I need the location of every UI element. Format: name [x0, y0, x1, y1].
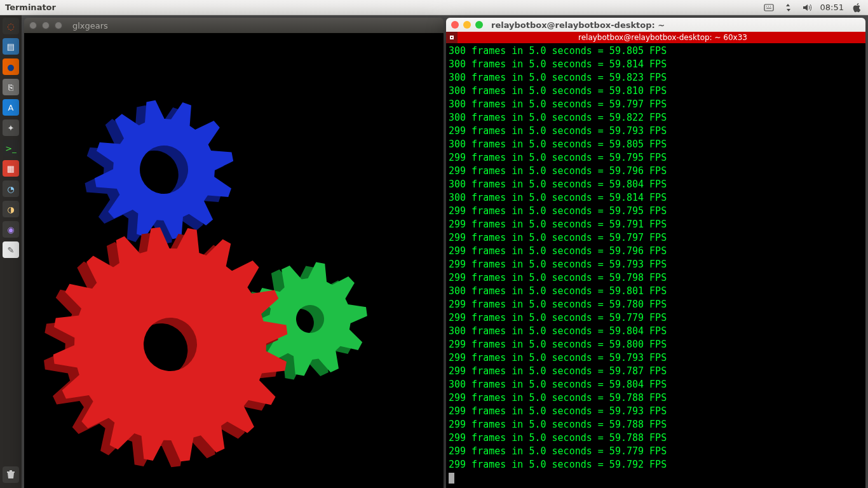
unity-launcher: ◌▤●⎘A✦>_▦◔◑◉✎ [0, 15, 22, 488]
launcher-app2[interactable]: ◑ [3, 201, 19, 217]
launcher-notes[interactable]: ✎ [3, 241, 19, 258]
launcher-terminal[interactable]: >_ [3, 140, 19, 156]
terminator-titlebar[interactable]: relaybotbox@relaybotbox-desktop: ~ [446, 18, 865, 32]
terminal-output[interactable]: 300 frames in 5.0 seconds = 59.805 FPS 3… [446, 43, 865, 488]
zoom-icon[interactable] [475, 21, 483, 29]
global-menubar: Terminator 08:51 [0, 0, 868, 15]
close-icon[interactable] [29, 22, 37, 29]
apple-icon[interactable] [851, 2, 863, 13]
glxgears-titlebar[interactable]: glxgears [24, 18, 444, 33]
launcher-app3[interactable]: ◉ [3, 221, 19, 238]
launcher-software[interactable]: ⎘ [3, 79, 19, 95]
minimize-icon[interactable] [42, 22, 50, 29]
terminal-cursor [449, 473, 454, 484]
minimize-icon[interactable] [463, 21, 471, 29]
launcher-settings[interactable]: ✦ [3, 119, 19, 136]
svg-rect-0 [764, 4, 773, 11]
terminator-window: relaybotbox@relaybotbox-desktop: ~ relay… [446, 18, 865, 488]
clock[interactable]: 08:51 [820, 3, 844, 12]
maximize-icon[interactable] [55, 22, 62, 29]
window-title: relaybotbox@relaybotbox-desktop: ~ [491, 20, 665, 30]
glxgears-window: glxgears [24, 18, 444, 488]
launcher-appstore[interactable]: A [3, 99, 19, 116]
network-icon[interactable] [782, 2, 794, 13]
gear-red [36, 219, 295, 476]
active-app-title: Terminator [5, 3, 56, 12]
close-icon[interactable] [451, 21, 459, 29]
launcher-firefox[interactable]: ● [3, 58, 19, 75]
launcher-tile[interactable]: ▦ [3, 160, 19, 177]
indicator-area: 08:51 [763, 2, 863, 13]
terminator-statusbar: relaybotbox@relaybotbox-desktop: ~ 60x33 [446, 32, 865, 43]
window-title: glxgears [72, 21, 108, 30]
launcher-dash[interactable]: ◌ [3, 18, 19, 34]
launcher-trash[interactable] [3, 466, 19, 483]
sound-icon[interactable] [801, 2, 813, 13]
launcher-files[interactable]: ▤ [3, 38, 19, 55]
keyboard-icon[interactable] [763, 2, 775, 13]
launcher-app1[interactable]: ◔ [3, 180, 19, 197]
glxgears-canvas [24, 33, 444, 488]
split-icon[interactable] [446, 32, 458, 43]
statusbar-title: relaybotbox@relaybotbox-desktop: ~ 60x33 [460, 33, 865, 42]
